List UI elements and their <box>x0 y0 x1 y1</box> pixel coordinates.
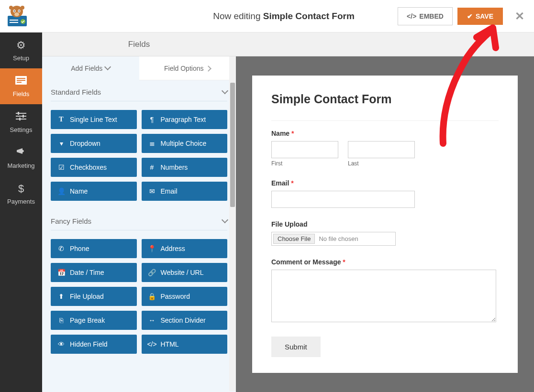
field-label: Paragraph Text <box>161 116 206 123</box>
svg-point-9 <box>14 12 19 16</box>
field-phone[interactable]: ✆Phone <box>51 239 137 258</box>
pagebreak-icon: ⎘ <box>57 316 65 324</box>
field-label: Section Divider <box>161 316 206 324</box>
file-input[interactable]: Choose File No file chosen <box>271 232 396 246</box>
svg-rect-18 <box>16 119 26 120</box>
dollar-icon: $ <box>18 183 24 195</box>
svg-point-8 <box>18 10 19 11</box>
email-input[interactable] <box>271 191 415 208</box>
field-label: Website / URL <box>161 269 204 276</box>
password-icon: 🔒 <box>148 293 156 300</box>
form-preview-area: Simple Contact Form Name * First Last <box>236 56 534 392</box>
field-label: Name <box>70 187 88 195</box>
svg-rect-2 <box>10 22 18 23</box>
comment-textarea[interactable] <box>271 270 496 322</box>
app-logo <box>0 0 33 33</box>
field-label: Date / Time <box>70 269 104 276</box>
nav-fields[interactable]: Fields <box>0 68 42 104</box>
field-multiple-choice[interactable]: ≣Multiple Choice <box>142 134 228 153</box>
hidden-icon: 👁 <box>57 340 65 348</box>
field-file-upload[interactable]: ⬆File Upload <box>51 287 137 306</box>
section-fancy-fields[interactable]: Fancy Fields <box>51 209 227 230</box>
field-label: Numbers <box>161 163 188 171</box>
field-name[interactable]: 👤Name <box>51 182 137 201</box>
field-address[interactable]: 📍Address <box>142 239 228 258</box>
svg-rect-16 <box>16 113 26 114</box>
file-upload-label: File Upload <box>271 220 499 228</box>
field-section-divider[interactable]: ↔Section Divider <box>142 311 228 330</box>
field-label: Checkboxes <box>70 163 107 171</box>
comment-label: Comment or Message * <box>271 258 499 266</box>
scrollbar-thumb[interactable] <box>230 83 235 207</box>
html-icon: </> <box>148 340 156 348</box>
chevron-down-icon <box>222 88 227 96</box>
check-icon: ✔ <box>467 12 473 20</box>
section-standard-fields[interactable]: Standard Fields <box>51 80 227 101</box>
nav-payments[interactable]: $ Payments <box>0 176 42 212</box>
field-hidden-field[interactable]: 👁Hidden Field <box>51 335 137 354</box>
nav-settings[interactable]: Settings <box>0 104 42 140</box>
paragraph-icon: ¶ <box>148 116 156 123</box>
field-single-line-text[interactable]: TSingle Line Text <box>51 110 137 129</box>
checkboxes-icon: ☑ <box>57 163 65 171</box>
embed-button[interactable]: </> EMBED <box>398 7 453 25</box>
submit-button[interactable]: Submit <box>271 337 321 357</box>
choose-file-button[interactable]: Choose File <box>273 234 315 244</box>
multiple-choice-icon: ≣ <box>148 140 156 147</box>
name-label: Name * <box>271 130 499 137</box>
field-email[interactable]: ✉Email <box>142 182 228 201</box>
field-checkboxes[interactable]: ☑Checkboxes <box>51 158 137 177</box>
chevron-down-icon <box>105 65 110 72</box>
field-label: Dropdown <box>70 140 100 147</box>
phone-icon: ✆ <box>57 245 65 252</box>
url-icon: 🔗 <box>148 269 156 276</box>
form-icon <box>15 75 27 87</box>
field-dropdown[interactable]: ▾Dropdown <box>51 134 137 153</box>
tab-field-options[interactable]: Field Options <box>139 56 236 80</box>
field-page-break[interactable]: ⎘Page Break <box>51 311 137 330</box>
gear-icon: ⚙ <box>16 39 26 52</box>
bullhorn-icon <box>16 147 26 159</box>
no-file-text: No file chosen <box>319 235 358 242</box>
panel-header: Fields <box>42 33 236 56</box>
field-label: File Upload <box>70 293 104 300</box>
field-date-time[interactable]: 📅Date / Time <box>51 263 137 282</box>
text-icon: T <box>57 116 65 123</box>
field-label: Phone <box>70 245 89 252</box>
last-sublabel: Last <box>348 160 415 167</box>
nav-marketing[interactable]: Marketing <box>0 140 42 176</box>
scrollbar-track[interactable] <box>229 56 236 391</box>
field-label: Page Break <box>70 316 105 324</box>
date-icon: 📅 <box>57 269 65 276</box>
address-icon: 📍 <box>148 245 156 252</box>
field-label: Password <box>161 293 190 300</box>
svg-rect-13 <box>17 78 25 79</box>
last-name-input[interactable] <box>348 141 415 158</box>
field-label: Single Line Text <box>70 116 117 123</box>
name-icon: 👤 <box>57 187 65 195</box>
email-icon: ✉ <box>148 187 156 195</box>
sliders-icon <box>16 111 26 123</box>
tab-add-fields[interactable]: Add Fields <box>42 56 139 80</box>
field-password[interactable]: 🔒Password <box>142 287 228 306</box>
upload-icon: ⬆ <box>57 293 65 300</box>
svg-rect-14 <box>17 80 25 81</box>
save-button[interactable]: ✔ SAVE <box>457 8 503 25</box>
field-label: Address <box>161 245 185 252</box>
svg-rect-19 <box>18 112 19 115</box>
field-paragraph-text[interactable]: ¶Paragraph Text <box>142 110 228 129</box>
field-website-url[interactable]: 🔗Website / URL <box>142 263 228 282</box>
field-html[interactable]: </>HTML <box>142 335 228 354</box>
field-label: Multiple Choice <box>161 140 207 147</box>
svg-rect-20 <box>22 115 24 118</box>
close-icon[interactable]: ✕ <box>515 10 524 23</box>
field-numbers[interactable]: #Numbers <box>142 158 228 177</box>
first-name-input[interactable] <box>271 141 338 158</box>
chevron-right-icon <box>206 65 211 72</box>
svg-rect-15 <box>17 82 22 83</box>
svg-point-11 <box>21 6 24 10</box>
email-label: Email * <box>271 179 499 187</box>
nav-setup[interactable]: ⚙ Setup <box>0 33 42 68</box>
field-label: Hidden Field <box>70 340 108 348</box>
numbers-icon: # <box>148 163 156 171</box>
